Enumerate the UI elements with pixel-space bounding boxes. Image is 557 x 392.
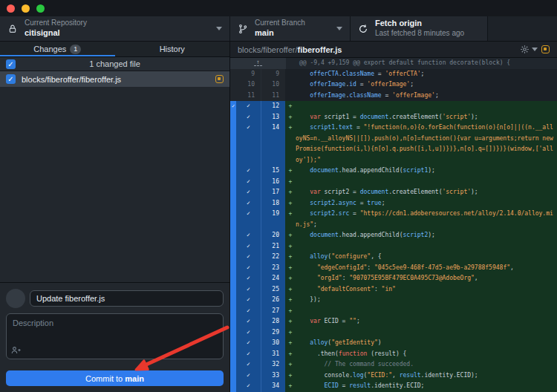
line-include-checkbox[interactable]: ✓	[236, 241, 261, 252]
new-line-number: 30	[261, 338, 285, 349]
diff-line-11: 1111 offerImage.className = 'offerImage'…	[230, 91, 557, 102]
hunk-select-strip[interactable]	[230, 338, 236, 349]
code-text: script2.src = "https://cdn1.adoberesourc…	[296, 209, 557, 230]
line-include-checkbox[interactable]: ✓	[236, 306, 261, 317]
line-include-checkbox[interactable]: ✓	[236, 166, 261, 177]
file-include-checkbox[interactable]: ✓	[6, 74, 16, 84]
line-include-checkbox[interactable]: ✓	[236, 349, 261, 360]
hunk-select-strip[interactable]	[230, 198, 236, 209]
diff-marker: +	[285, 338, 296, 349]
avatar	[6, 289, 25, 308]
line-include-checkbox[interactable]: ✓	[236, 112, 261, 123]
old-line-number: 10	[236, 79, 261, 91]
diff-marker	[285, 79, 296, 91]
commit-description-input[interactable]	[6, 313, 224, 359]
hunk-select-strip[interactable]: ✓	[230, 101, 236, 112]
new-line-number: 28	[261, 316, 285, 327]
hunk-select-strip[interactable]	[230, 166, 236, 177]
diff-line-12: ✓✓12+	[230, 101, 557, 112]
branch-selector-value: main	[255, 28, 305, 39]
hunk-select-strip[interactable]	[230, 112, 236, 123]
hunk-select-strip[interactable]	[230, 241, 236, 252]
hunk-select-strip[interactable]	[230, 295, 236, 306]
select-all-checkbox[interactable]: ✓	[6, 59, 16, 69]
hunk-select-strip[interactable]	[230, 306, 236, 317]
repository-selector[interactable]: Current Repository citisignal	[0, 16, 230, 41]
diff-marker: +	[285, 295, 296, 306]
window-zoom-button[interactable]	[36, 4, 45, 13]
line-include-checkbox[interactable]: ✓	[236, 327, 261, 339]
line-include-checkbox[interactable]: ✓	[236, 370, 261, 382]
diff-line-31: ✓31+ .then(function (result) {	[230, 349, 557, 360]
line-include-checkbox[interactable]: ✓	[236, 359, 261, 370]
line-include-checkbox[interactable]: ✓	[236, 177, 261, 188]
toolbar: Current Repository citisignal Current Br…	[0, 16, 557, 42]
hunk-select-strip[interactable]	[230, 359, 236, 370]
line-include-checkbox[interactable]: ✓	[236, 101, 261, 112]
hunk-select-strip[interactable]	[230, 263, 236, 274]
code-text: ECID = result.identity.ECID;	[296, 381, 557, 392]
line-include-checkbox[interactable]: ✓	[236, 209, 261, 230]
code-text	[296, 327, 557, 339]
line-include-checkbox[interactable]: ✓	[236, 263, 261, 274]
line-include-checkbox[interactable]: ✓	[236, 316, 261, 327]
hunk-select-strip[interactable]	[230, 177, 236, 188]
diff-line-24: ✓24+ "orgId": "907075E95BF479EC0A495C73@…	[230, 273, 557, 284]
code-text: console.log("ECID:", result.identity.ECI…	[296, 370, 557, 382]
hunk-select-strip[interactable]	[230, 273, 236, 284]
new-line-number: 20	[261, 230, 285, 241]
chevron-down-icon	[336, 27, 342, 30]
gutter-strip	[230, 79, 236, 91]
diff-line-15: ✓15+ document.head.appendChild(script1);	[230, 166, 557, 177]
branch-selector-label: Current Branch	[255, 19, 305, 28]
window-close-button[interactable]	[7, 4, 15, 13]
diff-line-16: ✓16+	[230, 177, 557, 188]
expand-up-icon[interactable]: ↑	[230, 58, 286, 69]
line-include-checkbox[interactable]: ✓	[236, 187, 261, 198]
line-include-checkbox[interactable]: ✓	[236, 295, 261, 306]
window-minimize-button[interactable]	[22, 4, 30, 13]
hunk-select-strip[interactable]	[230, 209, 236, 230]
fetch-origin-button[interactable]: Fetch origin Last fetched 8 minutes ago	[351, 16, 488, 41]
person-plus-icon[interactable]	[11, 346, 21, 354]
hunk-select-strip[interactable]	[230, 187, 236, 198]
line-include-checkbox[interactable]: ✓	[236, 230, 261, 241]
hunk-select-strip[interactable]	[230, 349, 236, 360]
diff-marker: +	[285, 263, 296, 274]
hunk-select-strip[interactable]	[230, 381, 236, 392]
new-line-number: 23	[261, 263, 285, 274]
file-list-empty-area	[0, 87, 229, 282]
modified-dot-icon	[541, 45, 550, 53]
diff-options-button[interactable]	[520, 45, 538, 54]
code-text: alloy("getIdentity")	[296, 338, 557, 349]
hunk-select-strip[interactable]	[230, 252, 236, 263]
commit-button[interactable]: Commit to main	[6, 370, 224, 386]
hunk-select-strip[interactable]	[230, 122, 236, 166]
diff-marker: +	[285, 112, 296, 123]
tab-changes[interactable]: Changes 1	[0, 42, 115, 56]
line-include-checkbox[interactable]: ✓	[236, 381, 261, 392]
commit-summary-input[interactable]	[30, 290, 224, 307]
line-include-checkbox[interactable]: ✓	[236, 122, 261, 166]
hunk-select-strip[interactable]	[230, 327, 236, 339]
hunk-select-strip[interactable]	[230, 316, 236, 327]
diff-marker: +	[285, 327, 296, 339]
code-text: "defaultConsent": "in"	[296, 284, 557, 295]
diff-line-13: ✓13+ var script1 = document.createElemen…	[230, 112, 557, 123]
code-text	[296, 306, 557, 317]
changed-file-row[interactable]: ✓blocks/fiberoffer/fiberoffer.js	[0, 71, 229, 87]
line-include-checkbox[interactable]: ✓	[236, 338, 261, 349]
line-include-checkbox[interactable]: ✓	[236, 198, 261, 209]
line-include-checkbox[interactable]: ✓	[236, 284, 261, 295]
tab-history[interactable]: History	[115, 42, 230, 56]
hunk-select-strip[interactable]	[230, 230, 236, 241]
new-line-number: 24	[261, 273, 285, 284]
line-include-checkbox[interactable]: ✓	[236, 273, 261, 284]
hunk-select-strip[interactable]	[230, 284, 236, 295]
code-text: });	[296, 295, 557, 306]
line-include-checkbox[interactable]: ✓	[236, 252, 261, 263]
changed-file-path: blocks/fiberoffer/fiberoffer.js	[22, 75, 209, 84]
branch-selector[interactable]: Current Branch main	[230, 16, 351, 41]
hunk-select-strip[interactable]	[230, 370, 236, 382]
diff-line-18: ✓18+ script2.async = true;	[230, 198, 557, 209]
